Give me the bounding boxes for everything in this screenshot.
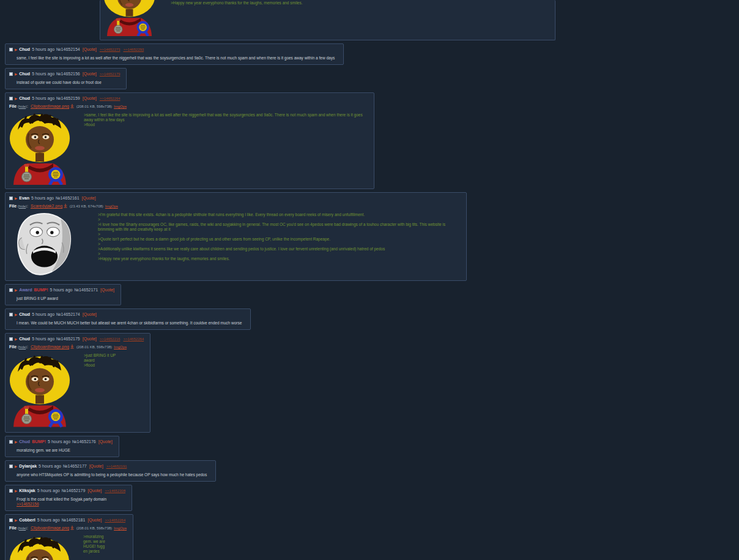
backlink[interactable]: >>14652293 bbox=[123, 48, 144, 51]
post-body: >same, I feel like the site is improving… bbox=[84, 113, 365, 127]
file-name-link[interactable]: ClipboardImage.png bbox=[31, 104, 69, 108]
backlink[interactable]: >>14652216 bbox=[100, 337, 121, 341]
file-meta: (208.01 KB, 598x738) bbox=[75, 526, 112, 530]
post-header: ▶Evan5 hours ago№14652161[Quote] bbox=[8, 195, 460, 201]
post-thumbnail[interactable] bbox=[9, 352, 70, 428]
soyjak-award-image bbox=[9, 352, 70, 428]
post-number: №14652181 bbox=[62, 518, 86, 522]
backlink[interactable]: >>14652179 bbox=[100, 72, 121, 76]
greentext-line: >I love how the Sharty encourages OC, li… bbox=[98, 222, 458, 232]
backlink[interactable]: >>14652308 bbox=[105, 489, 125, 493]
expand-post-icon[interactable]: ▶ bbox=[15, 313, 17, 316]
post-time: 5 hours ago bbox=[32, 96, 54, 100]
imgops-link[interactable]: ImgOps bbox=[105, 204, 118, 208]
quote-button[interactable]: [Quote] bbox=[83, 96, 97, 100]
download-icon[interactable] bbox=[70, 345, 74, 349]
poster-name: Kliksjak bbox=[19, 488, 35, 493]
backlink[interactable]: >>14652273 bbox=[100, 48, 121, 51]
file-info: File (hide): ClipboardImage.png (208.01 … bbox=[9, 344, 144, 350]
file-name-link[interactable]: Scaredyjak2.png bbox=[31, 204, 62, 208]
file-name-link[interactable]: ClipboardImage.png bbox=[31, 345, 69, 349]
quote-button[interactable]: [Quote] bbox=[87, 518, 102, 522]
post-checkbox[interactable] bbox=[9, 489, 13, 493]
quote-link[interactable]: >>14652156 bbox=[17, 502, 39, 506]
post-header: ▶Chud5 hours ago№14652156[Quote]>>146521… bbox=[8, 71, 120, 77]
download-icon[interactable] bbox=[70, 526, 74, 531]
greentext-line: >Additionally unlike kiwifarms it seems … bbox=[98, 247, 458, 252]
post-checkbox[interactable] bbox=[9, 313, 13, 316]
expand-post-icon[interactable]: ▶ bbox=[15, 196, 17, 200]
expand-post-icon[interactable]: ▶ bbox=[15, 489, 17, 493]
post-body: >moralizing gem. we are HUGE! fuggen jar… bbox=[83, 534, 105, 554]
file-hide-link[interactable]: hide bbox=[19, 204, 26, 208]
download-icon[interactable] bbox=[70, 105, 74, 109]
quote-button[interactable]: [Quote] bbox=[83, 337, 97, 341]
expand-post-icon[interactable]: ▶ bbox=[15, 518, 17, 522]
backlink[interactable]: >>14652264 bbox=[100, 97, 121, 100]
file-name-link[interactable]: ClipboardImage.png bbox=[31, 526, 69, 530]
post-header: ▶Chud5 hours ago№14652159[Quote]>>146522… bbox=[8, 95, 368, 102]
backlink[interactable]: >>14652264 bbox=[105, 518, 125, 522]
quote-button[interactable]: [Quote] bbox=[89, 464, 103, 468]
file-hide-wrap: (hide) bbox=[17, 526, 27, 530]
quote-button[interactable]: [Quote] bbox=[100, 288, 114, 292]
post-thumbnail[interactable] bbox=[103, 0, 155, 36]
post-checkbox[interactable] bbox=[9, 196, 13, 200]
file-hide-link[interactable]: hide bbox=[19, 105, 26, 108]
post-checkbox[interactable] bbox=[9, 465, 13, 468]
post-thumbnail[interactable] bbox=[9, 111, 70, 185]
post-checkbox[interactable] bbox=[9, 337, 13, 341]
imgops-link[interactable]: ImgOps bbox=[114, 345, 127, 349]
post: ▶Chud5 hours ago№14652159[Quote]>>146522… bbox=[5, 92, 374, 189]
expand-post-icon[interactable]: ▶ bbox=[15, 465, 17, 468]
post-checkbox[interactable] bbox=[9, 440, 13, 444]
soyjak-award-image bbox=[103, 0, 155, 36]
quote-button[interactable]: [Quote] bbox=[82, 196, 96, 200]
quote-button[interactable]: [Quote] bbox=[83, 47, 97, 51]
post-checkbox[interactable] bbox=[9, 97, 13, 100]
greentext-line: >Quote isn't perfect but he does a damn … bbox=[98, 237, 458, 242]
soyjak-award-image bbox=[9, 111, 70, 185]
expand-post-icon[interactable]: ▶ bbox=[15, 440, 17, 444]
post-body: anyone who HTSMquotes OP is admitting to… bbox=[17, 472, 207, 477]
post-body: >I'm grateful that this site exists. 4ch… bbox=[98, 212, 458, 261]
imgops-link[interactable]: ImgOps bbox=[114, 105, 127, 108]
post-checkbox[interactable] bbox=[9, 518, 13, 522]
post-checkbox[interactable] bbox=[9, 72, 13, 76]
imgops-link[interactable]: ImgOps bbox=[114, 526, 127, 530]
post-number: №14652177 bbox=[63, 464, 87, 468]
file-label: File bbox=[9, 526, 17, 530]
post-content: instead of quote we could have dolu or f… bbox=[8, 77, 120, 85]
greentext-line: >I'm grateful that this site exists. 4ch… bbox=[98, 212, 458, 217]
post-checkbox[interactable] bbox=[9, 48, 13, 51]
file-hide-link[interactable]: hide bbox=[19, 345, 26, 349]
quote-button[interactable]: [Quote] bbox=[83, 72, 97, 76]
post-header: ▶AwardBUMP!5 hours ago№14652171[Quote] bbox=[8, 287, 114, 293]
poster-name: Evan bbox=[19, 196, 29, 200]
post-body: instead of quote we could have dolu or f… bbox=[17, 80, 102, 85]
expand-post-icon[interactable]: ▶ bbox=[15, 288, 17, 292]
quote-button[interactable]: [Quote] bbox=[83, 312, 97, 316]
backlink[interactable]: >>14652191 bbox=[106, 465, 127, 468]
expand-post-icon[interactable]: ▶ bbox=[15, 72, 17, 76]
file-hide-link[interactable]: hide bbox=[19, 526, 26, 530]
post-header: ▶Cobberl5 hours ago№14652181[Quote]>>146… bbox=[8, 517, 127, 523]
expand-post-icon[interactable]: ▶ bbox=[15, 337, 17, 341]
post-body: just BRING it UP award bbox=[17, 296, 58, 301]
expand-post-icon[interactable]: ▶ bbox=[15, 48, 17, 51]
post: ▶Evan5 hours ago№14652161[Quote]File (hi… bbox=[5, 192, 467, 281]
post-checkbox[interactable] bbox=[9, 288, 13, 292]
download-icon[interactable] bbox=[64, 204, 67, 209]
post-content: >just BRING it UP award>flood bbox=[8, 350, 144, 428]
post-thumbnail[interactable] bbox=[9, 211, 78, 277]
backlink[interactable]: >>14652264 bbox=[123, 337, 144, 341]
greentext-line: > bbox=[98, 232, 458, 237]
post-time: 5 hours ago bbox=[32, 47, 54, 51]
post-text: anyone who HTSMquotes OP is admitting to… bbox=[17, 472, 207, 477]
quote-button[interactable]: [Quote] bbox=[98, 439, 113, 444]
greentext-line: >flood bbox=[84, 122, 365, 127]
post-thumbnail[interactable] bbox=[9, 533, 70, 560]
expand-post-icon[interactable]: ▶ bbox=[15, 97, 17, 100]
soyjak-award-image bbox=[9, 533, 70, 560]
quote-button[interactable]: [Quote] bbox=[87, 488, 102, 493]
